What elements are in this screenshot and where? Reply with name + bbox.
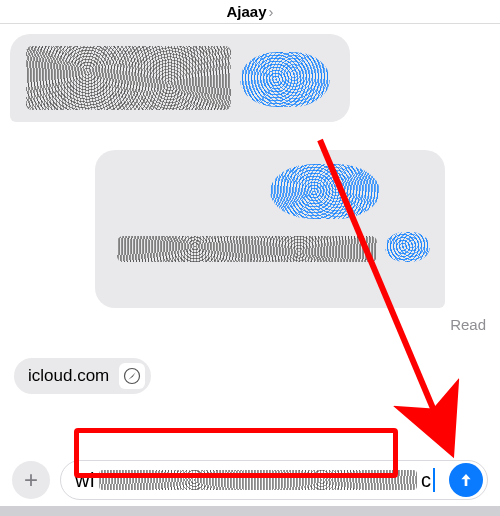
input-text-start: wi xyxy=(75,469,95,492)
link-suggestion-chip[interactable]: icloud.com xyxy=(14,358,151,394)
redacted-blue xyxy=(240,52,330,107)
add-attachment-button[interactable]: + xyxy=(12,461,50,499)
send-button[interactable] xyxy=(449,463,483,497)
home-indicator-area xyxy=(0,506,500,516)
arrow-up-icon xyxy=(458,471,474,489)
redacted-text xyxy=(26,46,231,110)
message-bubble[interactable] xyxy=(10,34,350,122)
safari-icon xyxy=(119,363,145,389)
text-caret xyxy=(433,468,435,492)
chevron-right-icon: › xyxy=(269,3,274,20)
read-receipt: Read xyxy=(450,316,486,333)
redacted-blue xyxy=(270,164,380,219)
suggestion-text: icloud.com xyxy=(28,366,109,386)
input-text-end: c xyxy=(421,469,433,492)
redacted-text xyxy=(117,236,377,262)
redacted-text xyxy=(99,470,417,490)
conversation-header[interactable]: Ajaay › xyxy=(0,0,500,24)
contact-name: Ajaay xyxy=(226,3,266,20)
message-input[interactable]: wi c xyxy=(60,460,488,500)
svg-marker-1 xyxy=(129,372,137,380)
plus-icon: + xyxy=(24,466,38,494)
message-bubble[interactable] xyxy=(95,150,445,308)
message-list: Read icloud.com xyxy=(0,24,500,452)
redacted-blue xyxy=(385,232,430,262)
